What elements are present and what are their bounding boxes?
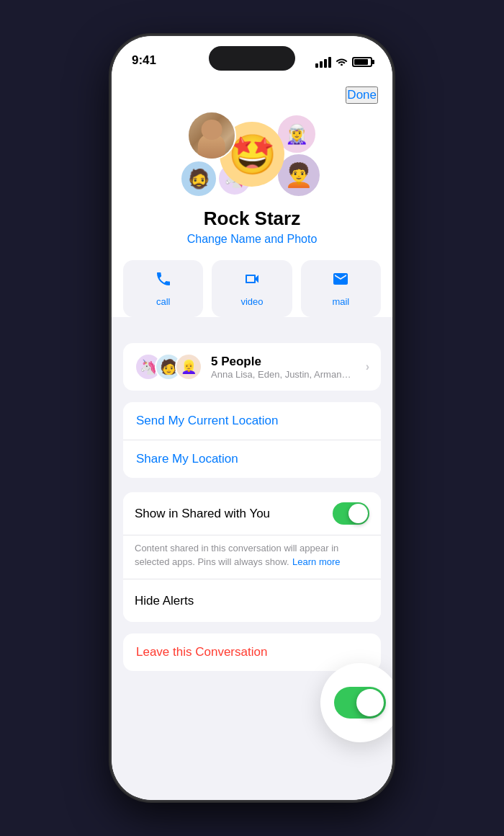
people-list-item[interactable]: 🦄 🧑 👱‍♀️ 5 People Anna Lisa, Eden, Justi… (123, 343, 381, 391)
phone-frame: 9:41 (112, 36, 392, 800)
hide-alerts-row: Hide Alerts (123, 579, 381, 622)
people-section: 🦄 🧑 👱‍♀️ 5 People Anna Lisa, Eden, Justi… (123, 343, 381, 391)
shared-toggle[interactable] (333, 502, 369, 525)
action-row: call video (112, 260, 392, 317)
signal-bars-icon (315, 57, 331, 68)
phone-container: 9:41 (0, 0, 504, 836)
wifi-icon (336, 56, 348, 68)
mail-label: mail (332, 296, 349, 307)
group-header: 🤩 (112, 85, 392, 260)
people-info: 5 People Anna Lisa, Eden, Justin, Arman… (211, 355, 366, 380)
battery-icon (352, 57, 372, 67)
hide-alerts-large-toggle[interactable] (334, 687, 386, 719)
people-count: 5 People (211, 355, 366, 369)
people-avatars: 🦄 🧑 👱‍♀️ (135, 353, 202, 381)
shared-label: Show in Shared with You (135, 507, 270, 521)
shared-description: Content shared in this conversation will… (123, 535, 381, 579)
hide-alerts-label: Hide Alerts (135, 594, 194, 608)
avatar-bot-left: 🧔 (180, 160, 217, 197)
main-content: Done 🤩 (112, 75, 392, 800)
large-toggle-knob (356, 689, 384, 716)
call-label: call (156, 296, 171, 307)
share-location-text: Share My Location (136, 452, 238, 466)
people-names: Anna Lisa, Eden, Justin, Arman… (211, 369, 366, 380)
change-name-link[interactable]: Change Name and Photo (187, 233, 318, 246)
learn-more-link[interactable]: Learn more (292, 556, 340, 567)
location-section: Send My Current Location Share My Locati… (123, 402, 381, 478)
done-button-container: Done (112, 75, 392, 85)
hide-alerts-knob (348, 591, 368, 610)
avatars-group: 🤩 (180, 111, 324, 197)
share-location-item[interactable]: Share My Location (123, 440, 381, 478)
screen: 9:41 (112, 36, 392, 800)
top-section: Done 🤩 (112, 75, 392, 317)
chevron-right-icon: › (366, 360, 369, 373)
dynamic-island (209, 46, 295, 71)
done-button[interactable]: Done (346, 86, 378, 104)
shared-section: Show in Shared with You Content shared i… (123, 492, 381, 622)
video-icon (243, 270, 261, 292)
leave-text: Leave this Conversation (136, 645, 267, 659)
gap1 (112, 332, 392, 343)
send-location-text: Send My Current Location (136, 414, 279, 427)
leave-section: Leave this Conversation (123, 633, 381, 671)
mail-icon (332, 270, 349, 292)
video-button[interactable]: video (212, 260, 292, 317)
shared-toggle-row: Show in Shared with You (123, 492, 381, 535)
mail-button[interactable]: mail (301, 260, 381, 317)
call-button[interactable]: call (123, 260, 203, 317)
person-avatar-3: 👱‍♀️ (175, 353, 202, 381)
phone-icon (155, 270, 172, 292)
status-time: 9:41 (132, 53, 156, 68)
send-location-item[interactable]: Send My Current Location (123, 402, 381, 440)
toggle-knob (348, 504, 368, 523)
status-icons (315, 56, 372, 68)
group-name: Rock Starz (204, 208, 300, 230)
battery-fill (354, 59, 368, 65)
avatar-top-left (187, 111, 236, 160)
large-toggle-overlay (320, 663, 392, 742)
leave-item[interactable]: Leave this Conversation (123, 633, 381, 671)
video-label: video (240, 296, 263, 307)
